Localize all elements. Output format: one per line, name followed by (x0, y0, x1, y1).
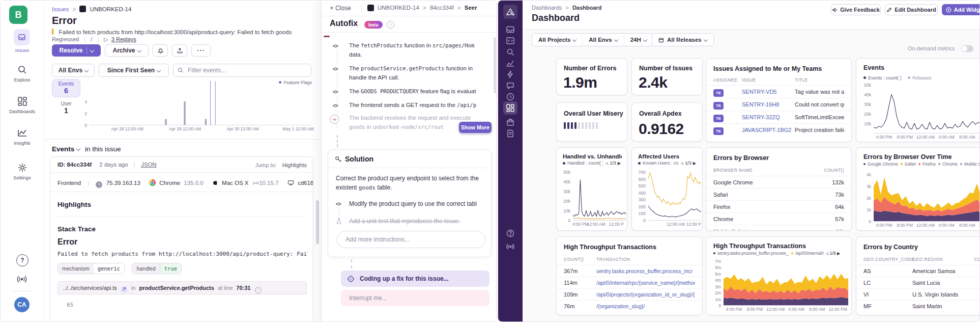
rail-search-icon[interactable] (506, 47, 515, 57)
breadcrumb-dashboards[interactable]: Dashboards (532, 5, 562, 11)
transaction-link[interactable]: /api/0/projects/{organization_id_or_slug… (596, 291, 695, 298)
drawer-crumb-project[interactable]: UNBORKED-14 (378, 5, 419, 11)
rail-clock-icon[interactable] (506, 92, 515, 101)
events-dropdown[interactable]: Events (52, 145, 80, 153)
rail-docs-icon[interactable] (506, 129, 515, 138)
env-filter[interactable]: All Envs (52, 64, 95, 77)
insight-item-dim[interactable]: The backend receives the request and exe… (349, 115, 492, 121)
insight-item[interactable]: The GOODS_PRODUCTQUERY feature flag is e… (349, 88, 492, 94)
widget-errors-by-browser-over-time[interactable]: Errors by Browser Over Time Google Chrom… (856, 147, 980, 231)
pager-next-icon[interactable]: ▶ (618, 161, 621, 166)
widget-events[interactable]: Events Events : count( ) Releases 50k40k… (856, 58, 980, 142)
breadcrumb-issues[interactable]: Issues (52, 6, 69, 12)
interrupt-box[interactable] (341, 290, 489, 306)
sidebar-item-settings[interactable]: Settings (1, 163, 44, 180)
drawer-crumb-event[interactable]: 84cc334f (430, 5, 454, 11)
pager-prev-icon[interactable]: ◀ (680, 161, 683, 166)
sidebar-item-explore[interactable]: Explore (1, 65, 44, 83)
sidebar-item-issues[interactable]: Issues (1, 29, 44, 53)
insight-item[interactable]: The productService.getProducts function … (349, 65, 492, 71)
envs-filter[interactable]: All Envs (583, 34, 624, 46)
transaction-link[interactable]: /{organization_slug}/ (596, 303, 695, 309)
rail-releases-icon[interactable] (506, 118, 515, 127)
help-icon[interactable]: ? (387, 21, 394, 29)
widget-htt-table[interactable]: High Throughput Transactions COUNT() TRA… (556, 236, 703, 315)
add-instructions-input[interactable] (344, 235, 478, 244)
table-row[interactable]: Safari73k (706, 188, 851, 200)
os-tag[interactable]: Mac OS X (222, 180, 248, 186)
widget-htt-chart[interactable]: High Throughput Transactions sentry.task… (706, 236, 852, 315)
issue-link[interactable]: SENTRY-VD5 (742, 89, 795, 95)
projects-filter[interactable]: All Projects (532, 34, 583, 46)
breadcrumb-project[interactable]: UNBORKED-14 (90, 6, 132, 12)
table-row[interactable]: 76m/{organization_slug}/ (557, 300, 702, 312)
rail-chat-icon[interactable] (506, 81, 515, 90)
issue-link[interactable]: SENTRY-16H8 (742, 101, 795, 108)
search-box[interactable] (173, 64, 311, 77)
rail-help-icon[interactable] (506, 229, 515, 238)
give-feedback-button[interactable]: Give Feedback (831, 4, 881, 15)
filter-events-input[interactable] (187, 66, 301, 74)
transaction-link[interactable]: sentry.tasks.process_buffer.process_incr (596, 268, 695, 274)
widget-user-misery[interactable]: Overall User Misery (556, 102, 627, 142)
env-tag[interactable]: Frontend (57, 180, 81, 186)
show-more-button[interactable]: Show More (459, 122, 492, 133)
solution-step-removed[interactable]: Add a unit test that reproduces the issu… (349, 218, 485, 225)
table-row[interactable]: Chrome57k (706, 212, 851, 225)
table-row[interactable]: Mobile Safari44k (706, 225, 851, 231)
device-tag[interactable]: cd618ed98b4 (298, 180, 313, 186)
widget-number-of-errors[interactable]: Number of Errors 1.9m (556, 58, 627, 95)
pager-prev-icon[interactable]: ◀ (605, 161, 608, 166)
table-row[interactable]: MFSaint Martin1 (856, 300, 980, 312)
table-row[interactable]: 114m/api/0/internal/rpc/{service_name}/{… (557, 277, 702, 288)
insight-item[interactable]: The frontend sends a GET request to the … (349, 102, 492, 108)
insight-item[interactable]: The fetchProducts function in src/pages/… (349, 42, 492, 48)
table-row[interactable]: Firefox64k (706, 200, 851, 212)
help-button[interactable]: ? (16, 254, 28, 266)
stack-frame-header[interactable]: ../../src/services/api.ts in productServ… (57, 281, 307, 294)
replays-link[interactable]: 3 Replays (111, 36, 136, 42)
issue-link[interactable]: SENTRY-32ZQ (742, 114, 795, 120)
widget-issues-assigned[interactable]: Issues Assigned to Me or My Teams ASSIGN… (706, 58, 852, 142)
issue-scrollbar[interactable] (316, 200, 319, 244)
table-row[interactable]: 109m/api/0/projects/{organization_id_or_… (557, 288, 702, 300)
releases-filter[interactable]: All Releases (652, 33, 714, 46)
drawer-scrollbar[interactable] (494, 37, 496, 93)
table-row[interactable]: LCSaint Lucia1 (856, 277, 980, 288)
pager-prev-icon[interactable]: ◀ (825, 251, 828, 256)
transaction-link[interactable]: /api/0/internal/rpc/{service_name}/{meth… (596, 280, 695, 286)
widget-errors-by-browser[interactable]: Errors by Browser BROWSER.NAME COUNT() G… (706, 147, 852, 231)
edit-dashboard-button[interactable]: Edit Dashboard (885, 4, 938, 15)
org-logo[interactable]: B (9, 6, 27, 24)
pager-next-icon[interactable]: ▶ (693, 161, 696, 166)
rail-lightning-icon[interactable] (506, 70, 515, 79)
table-row[interactable]: Google Chrome132k (706, 176, 851, 188)
handled-pill[interactable]: handledtrue (132, 263, 182, 274)
ondemand-toggle[interactable] (961, 45, 973, 52)
rail-stats-icon[interactable] (506, 59, 515, 68)
json-link[interactable]: JSON (141, 162, 157, 168)
rail-broadcast-icon[interactable] (506, 242, 515, 251)
widget-number-of-issues[interactable]: Number of Issues 2.4k (631, 58, 703, 95)
table-row[interactable]: TE SENTRY-VD5 Tag value was not a strin (706, 86, 851, 98)
close-button[interactable]: × Close (330, 5, 351, 12)
rail-dashboards-active[interactable] (503, 101, 517, 115)
table-row[interactable]: VIU.S. Virgin Islands1 (856, 288, 980, 300)
avatar[interactable]: CA (14, 297, 30, 312)
share-button[interactable] (172, 44, 187, 57)
solution-step[interactable]: Modify the product query to use the corr… (349, 200, 485, 207)
archive-button[interactable]: Archive (105, 44, 149, 57)
priority-label[interactable]: / (91, 36, 92, 42)
table-row[interactable]: TE SENTRY-16H8 Could not convert query (706, 98, 851, 111)
add-widget-button[interactable]: Add Widget (942, 4, 980, 15)
sidebar-item-dashboards[interactable]: Dashboards (1, 96, 44, 114)
subscribe-button[interactable] (153, 44, 168, 57)
table-row[interactable]: ASAmerican Samoa1 (856, 265, 980, 277)
more-actions-button[interactable]: ··· (191, 44, 211, 57)
rail-issues-icon[interactable] (506, 25, 515, 34)
interrupt-input[interactable] (348, 294, 482, 302)
pager-next-icon[interactable]: ▶ (837, 251, 840, 256)
widget-apdex[interactable]: Overall Apdex 0.9162 (631, 102, 703, 142)
instructions-box[interactable] (337, 231, 485, 248)
period-filter[interactable]: 24H (624, 34, 653, 46)
